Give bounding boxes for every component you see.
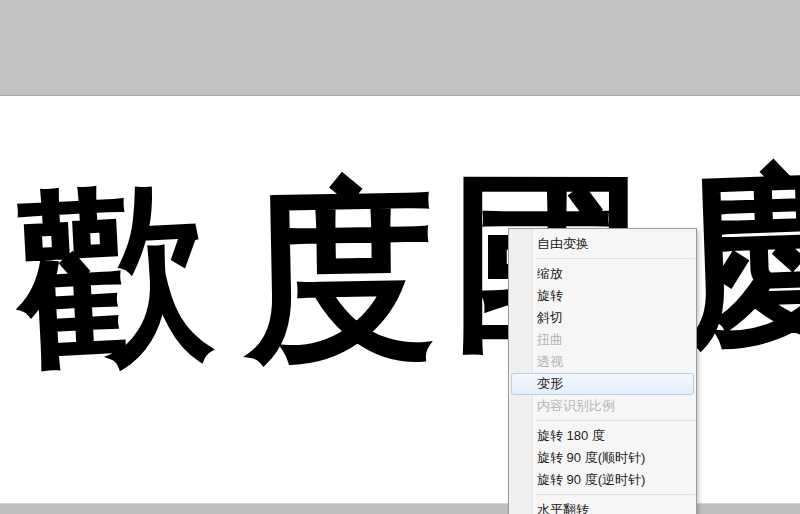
- menu-separator-1: [536, 258, 695, 259]
- menu-item-content-aware-scale: 内容识别比例: [509, 395, 696, 417]
- menu-item-warp[interactable]: 变形: [511, 373, 694, 395]
- menu-item-perspective: 透视: [509, 351, 696, 373]
- menu-item-distort: 扭曲: [509, 329, 696, 351]
- menu-item-rotate-90-ccw[interactable]: 旋转 90 度(逆时针): [509, 469, 696, 491]
- menu-item-flip-horizontal[interactable]: 水平翻转: [509, 499, 696, 514]
- menu-item-rotate-90-cw[interactable]: 旋转 90 度(顺时针): [509, 447, 696, 469]
- pasteboard-top: [0, 0, 800, 96]
- menu-separator-3: [536, 494, 695, 495]
- menu-separator-2: [536, 420, 695, 421]
- menu-item-rotate-180[interactable]: 旋转 180 度: [509, 425, 696, 447]
- menu-item-free-transform[interactable]: 自由变换: [509, 233, 696, 255]
- menu-item-scale[interactable]: 缩放: [509, 263, 696, 285]
- menu-item-rotate[interactable]: 旋转: [509, 285, 696, 307]
- transform-context-menu: 自由变换缩放旋转斜切扭曲透视变形内容识别比例旋转 180 度旋转 90 度(顺时…: [508, 228, 697, 514]
- menu-item-skew[interactable]: 斜切: [509, 307, 696, 329]
